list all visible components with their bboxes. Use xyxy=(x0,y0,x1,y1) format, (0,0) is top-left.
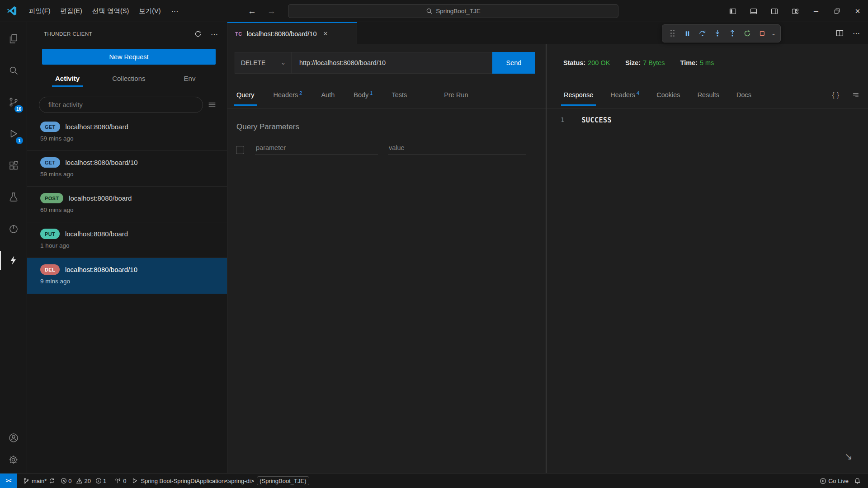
extensions-icon[interactable] xyxy=(0,150,27,181)
refresh-icon[interactable] xyxy=(194,30,202,38)
step-into-icon[interactable] xyxy=(710,26,725,41)
search-sidebar-icon[interactable] xyxy=(0,55,27,86)
settings-gear-icon[interactable] xyxy=(0,449,27,470)
menu-more-icon[interactable]: ⋯ xyxy=(166,7,184,15)
menu-selection[interactable]: 선택 영역(S) xyxy=(87,7,134,15)
parameter-checkbox[interactable] xyxy=(236,146,244,154)
run-debug-icon[interactable]: 1 xyxy=(0,118,27,150)
step-over-icon[interactable] xyxy=(695,26,710,41)
power-dashboard-icon[interactable] xyxy=(0,213,27,244)
toolbar-drag-handle[interactable] xyxy=(665,26,680,41)
debug-session-item[interactable]: Spring Boot-SpringDiApplication<spring-d… xyxy=(129,474,311,488)
response-body[interactable]: 1 SUCCESS xyxy=(547,116,868,124)
window-restore-button[interactable] xyxy=(826,0,847,22)
forward-arrow-icon: → xyxy=(267,6,276,16)
debug-toolbar: ⌄ xyxy=(662,24,781,42)
status-stat: Status:200 OK xyxy=(563,59,610,66)
tab-response-headers[interactable]: Headers4 xyxy=(610,81,639,108)
tab-query[interactable]: Query xyxy=(236,81,255,108)
back-arrow-icon[interactable]: ← xyxy=(248,6,256,16)
notifications-bell-icon[interactable] xyxy=(851,474,863,488)
pause-icon[interactable] xyxy=(680,26,695,41)
tab-activity[interactable]: Activity xyxy=(55,75,80,87)
editor-area: TC localhost:8080/board/10 ✕ ⋯ DELETE ⌄ xyxy=(227,22,868,473)
split-editor-icon[interactable] xyxy=(836,29,844,37)
request-url-input[interactable] xyxy=(292,52,492,74)
branch-item[interactable]: main* xyxy=(20,474,58,488)
menu-edit[interactable]: 편집(E) xyxy=(56,7,87,15)
stop-dropdown-chevron-icon[interactable]: ⌄ xyxy=(769,26,778,41)
response-headers-count: 4 xyxy=(637,90,639,96)
tab-close-icon[interactable]: ✕ xyxy=(323,30,328,37)
problems-item[interactable]: 0 20 1 xyxy=(58,474,112,488)
tab-docs[interactable]: Docs xyxy=(736,81,751,108)
layout-sidebar-right-icon[interactable] xyxy=(764,0,785,22)
editor-tab[interactable]: TC localhost:8080/board/10 ✕ xyxy=(227,22,357,44)
tab-headers[interactable]: Headers2 xyxy=(274,81,302,108)
menu-file[interactable]: 파일(F) xyxy=(24,7,56,15)
response-text: SUCCESS xyxy=(581,116,612,124)
tab-cookies[interactable]: Cookies xyxy=(656,81,680,108)
tab-collections[interactable]: Collections xyxy=(112,75,145,87)
request-pane: DELETE ⌄ Send Query Headers2 Auth Body1 … xyxy=(227,44,547,473)
tab-env[interactable]: Env xyxy=(184,75,196,87)
command-center-search[interactable]: SpringBoot_TJE xyxy=(288,4,618,18)
source-control-icon[interactable]: 16 xyxy=(0,86,27,118)
chevron-down-icon: ⌄ xyxy=(281,59,286,66)
request-url-text: localhost:8080/board xyxy=(69,194,132,202)
sort-icon[interactable] xyxy=(207,100,217,110)
go-live-item[interactable]: Go Live xyxy=(817,474,851,488)
testing-icon[interactable] xyxy=(0,181,27,213)
editor-more-icon[interactable]: ⋯ xyxy=(853,29,860,38)
tab-body[interactable]: Body1 xyxy=(354,81,373,108)
thunder-client-icon[interactable] xyxy=(0,244,27,276)
request-url-text: localhost:8080/board/10 xyxy=(66,159,138,166)
info-count: 1 xyxy=(103,478,106,484)
layout-sidebar-left-icon[interactable] xyxy=(722,0,743,22)
tab-results[interactable]: Results xyxy=(698,81,719,108)
window-close-button[interactable]: ✕ xyxy=(847,0,868,22)
size-value: 7 Bytes xyxy=(643,59,665,66)
new-request-button[interactable]: New Request xyxy=(42,49,216,65)
method-badge: GET xyxy=(40,157,60,168)
send-button[interactable]: Send xyxy=(492,52,535,74)
error-count: 0 xyxy=(68,478,71,484)
request-time: 59 mins ago xyxy=(40,171,222,178)
tab-pre-run[interactable]: Pre Run xyxy=(444,81,468,108)
size-stat: Size:7 Bytes xyxy=(625,59,665,66)
thunder-client-tab-icon: TC xyxy=(235,31,242,37)
activity-item-del-board-10[interactable]: DELlocalhost:8080/board/10 9 mins ago xyxy=(27,258,227,294)
tab-auth[interactable]: Auth xyxy=(321,81,335,108)
explorer-icon[interactable] xyxy=(0,23,27,55)
value-input[interactable] xyxy=(388,144,526,155)
layout-customize-icon[interactable] xyxy=(785,0,806,22)
activity-item-get-board-10[interactable]: GETlocalhost:8080/board/10 59 mins ago xyxy=(27,151,227,187)
time-stat: Time:5 ms xyxy=(680,59,714,66)
maximize-panel-arrow-icon[interactable]: ↘ xyxy=(844,451,853,462)
method-select[interactable]: DELETE ⌄ xyxy=(235,52,292,74)
stop-icon[interactable] xyxy=(755,26,769,41)
layout-panel-icon[interactable] xyxy=(743,0,764,22)
wrap-lines-icon[interactable] xyxy=(851,90,860,99)
activity-item-post-board[interactable]: POSTlocalhost:8080/board 60 mins ago xyxy=(27,187,227,222)
tab-response[interactable]: Response xyxy=(564,81,593,108)
parameter-input[interactable] xyxy=(255,144,378,155)
activity-item-put-board[interactable]: PUTlocalhost:8080/board 1 hour ago xyxy=(27,222,227,258)
restart-icon[interactable] xyxy=(740,26,755,41)
request-time: 60 mins ago xyxy=(40,206,222,213)
search-text: SpringBoot_TJE xyxy=(436,8,480,14)
step-out-icon[interactable] xyxy=(725,26,740,41)
tab-tests[interactable]: Tests xyxy=(392,81,407,108)
status-value: 200 OK xyxy=(588,59,610,66)
method-badge: PUT xyxy=(40,229,60,239)
ports-item[interactable]: 0 xyxy=(112,474,129,488)
sidebar-more-icon[interactable]: ⋯ xyxy=(211,30,218,38)
method-badge: POST xyxy=(40,193,63,203)
account-icon[interactable] xyxy=(0,427,27,449)
menu-view[interactable]: 보기(V) xyxy=(134,7,165,15)
activity-item-get-board[interactable]: GETlocalhost:8080/board 59 mins ago xyxy=(27,115,227,151)
filter-activity-input[interactable] xyxy=(39,97,203,113)
format-braces-icon[interactable]: { } xyxy=(832,91,840,99)
window-minimize-button[interactable]: ─ xyxy=(806,0,826,22)
remote-indicator[interactable]: >< xyxy=(0,474,17,488)
